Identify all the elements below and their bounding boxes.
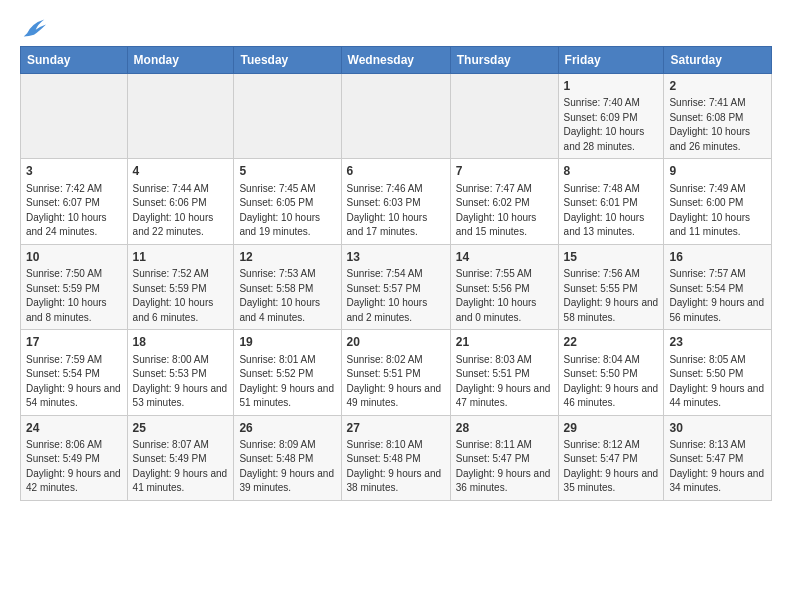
daylight-label: Daylight: 10 hours and 0 minutes.	[456, 297, 537, 323]
daylight-label: Daylight: 10 hours and 4 minutes.	[239, 297, 320, 323]
calendar-cell: 2Sunrise: 7:41 AMSunset: 6:08 PMDaylight…	[664, 74, 772, 159]
header-row: SundayMondayTuesdayWednesdayThursdayFrid…	[21, 47, 772, 74]
calendar-cell: 23Sunrise: 8:05 AMSunset: 5:50 PMDayligh…	[664, 330, 772, 415]
day-number: 19	[239, 334, 335, 351]
calendar-cell: 29Sunrise: 8:12 AMSunset: 5:47 PMDayligh…	[558, 415, 664, 500]
sunrise: Sunrise: 8:02 AM	[347, 354, 423, 365]
calendar-cell: 17Sunrise: 7:59 AMSunset: 5:54 PMDayligh…	[21, 330, 128, 415]
day-number: 29	[564, 420, 659, 437]
sunset: Sunset: 5:47 PM	[669, 453, 743, 464]
sunset: Sunset: 5:48 PM	[347, 453, 421, 464]
sunset: Sunset: 6:06 PM	[133, 197, 207, 208]
calendar-cell: 25Sunrise: 8:07 AMSunset: 5:49 PMDayligh…	[127, 415, 234, 500]
calendar-cell: 27Sunrise: 8:10 AMSunset: 5:48 PMDayligh…	[341, 415, 450, 500]
sunset: Sunset: 6:03 PM	[347, 197, 421, 208]
page-header	[20, 16, 772, 40]
logo-icon	[20, 16, 48, 40]
sunrise: Sunrise: 7:52 AM	[133, 268, 209, 279]
day-number: 4	[133, 163, 229, 180]
calendar-cell: 14Sunrise: 7:55 AMSunset: 5:56 PMDayligh…	[450, 244, 558, 329]
calendar-cell	[21, 74, 128, 159]
sunrise: Sunrise: 7:44 AM	[133, 183, 209, 194]
sunrise: Sunrise: 8:13 AM	[669, 439, 745, 450]
day-number: 28	[456, 420, 553, 437]
day-header-friday: Friday	[558, 47, 664, 74]
sunrise: Sunrise: 8:04 AM	[564, 354, 640, 365]
day-number: 23	[669, 334, 766, 351]
sunset: Sunset: 5:56 PM	[456, 283, 530, 294]
sunset: Sunset: 6:01 PM	[564, 197, 638, 208]
sunrise: Sunrise: 8:01 AM	[239, 354, 315, 365]
calendar-cell	[450, 74, 558, 159]
calendar-cell: 22Sunrise: 8:04 AMSunset: 5:50 PMDayligh…	[558, 330, 664, 415]
calendar-cell: 13Sunrise: 7:54 AMSunset: 5:57 PMDayligh…	[341, 244, 450, 329]
day-number: 13	[347, 249, 445, 266]
calendar-cell: 5Sunrise: 7:45 AMSunset: 6:05 PMDaylight…	[234, 159, 341, 244]
daylight-label: Daylight: 10 hours and 11 minutes.	[669, 212, 750, 238]
sunset: Sunset: 5:54 PM	[26, 368, 100, 379]
week-row-2: 3Sunrise: 7:42 AMSunset: 6:07 PMDaylight…	[21, 159, 772, 244]
day-header-thursday: Thursday	[450, 47, 558, 74]
daylight-label: Daylight: 9 hours and 42 minutes.	[26, 468, 121, 494]
calendar-cell: 4Sunrise: 7:44 AMSunset: 6:06 PMDaylight…	[127, 159, 234, 244]
day-number: 3	[26, 163, 122, 180]
sunrise: Sunrise: 8:03 AM	[456, 354, 532, 365]
sunrise: Sunrise: 7:53 AM	[239, 268, 315, 279]
day-header-sunday: Sunday	[21, 47, 128, 74]
calendar-cell: 18Sunrise: 8:00 AMSunset: 5:53 PMDayligh…	[127, 330, 234, 415]
sunset: Sunset: 5:50 PM	[669, 368, 743, 379]
day-number: 21	[456, 334, 553, 351]
day-number: 20	[347, 334, 445, 351]
daylight-label: Daylight: 10 hours and 2 minutes.	[347, 297, 428, 323]
daylight-label: Daylight: 9 hours and 41 minutes.	[133, 468, 228, 494]
daylight-label: Daylight: 9 hours and 34 minutes.	[669, 468, 764, 494]
day-number: 14	[456, 249, 553, 266]
sunrise: Sunrise: 7:55 AM	[456, 268, 532, 279]
calendar-cell: 7Sunrise: 7:47 AMSunset: 6:02 PMDaylight…	[450, 159, 558, 244]
sunset: Sunset: 5:49 PM	[26, 453, 100, 464]
day-number: 22	[564, 334, 659, 351]
daylight-label: Daylight: 9 hours and 53 minutes.	[133, 383, 228, 409]
daylight-label: Daylight: 9 hours and 35 minutes.	[564, 468, 659, 494]
sunrise: Sunrise: 7:48 AM	[564, 183, 640, 194]
sunset: Sunset: 5:52 PM	[239, 368, 313, 379]
sunrise: Sunrise: 7:54 AM	[347, 268, 423, 279]
day-number: 2	[669, 78, 766, 95]
calendar-cell: 12Sunrise: 7:53 AMSunset: 5:58 PMDayligh…	[234, 244, 341, 329]
sunset: Sunset: 6:08 PM	[669, 112, 743, 123]
sunset: Sunset: 6:07 PM	[26, 197, 100, 208]
sunrise: Sunrise: 7:42 AM	[26, 183, 102, 194]
sunset: Sunset: 5:51 PM	[456, 368, 530, 379]
daylight-label: Daylight: 9 hours and 56 minutes.	[669, 297, 764, 323]
calendar-cell: 20Sunrise: 8:02 AMSunset: 5:51 PMDayligh…	[341, 330, 450, 415]
daylight-label: Daylight: 9 hours and 39 minutes.	[239, 468, 334, 494]
week-row-4: 17Sunrise: 7:59 AMSunset: 5:54 PMDayligh…	[21, 330, 772, 415]
sunrise: Sunrise: 8:10 AM	[347, 439, 423, 450]
sunrise: Sunrise: 7:46 AM	[347, 183, 423, 194]
calendar-cell: 30Sunrise: 8:13 AMSunset: 5:47 PMDayligh…	[664, 415, 772, 500]
daylight-label: Daylight: 9 hours and 38 minutes.	[347, 468, 442, 494]
calendar-cell	[127, 74, 234, 159]
calendar-table: SundayMondayTuesdayWednesdayThursdayFrid…	[20, 46, 772, 501]
calendar-cell: 3Sunrise: 7:42 AMSunset: 6:07 PMDaylight…	[21, 159, 128, 244]
day-number: 9	[669, 163, 766, 180]
sunset: Sunset: 5:59 PM	[133, 283, 207, 294]
sunrise: Sunrise: 8:05 AM	[669, 354, 745, 365]
sunrise: Sunrise: 8:07 AM	[133, 439, 209, 450]
sunrise: Sunrise: 7:41 AM	[669, 97, 745, 108]
daylight-label: Daylight: 10 hours and 15 minutes.	[456, 212, 537, 238]
daylight-label: Daylight: 10 hours and 6 minutes.	[133, 297, 214, 323]
day-number: 6	[347, 163, 445, 180]
day-header-tuesday: Tuesday	[234, 47, 341, 74]
sunrise: Sunrise: 7:59 AM	[26, 354, 102, 365]
sunrise: Sunrise: 7:56 AM	[564, 268, 640, 279]
calendar-cell: 15Sunrise: 7:56 AMSunset: 5:55 PMDayligh…	[558, 244, 664, 329]
sunset: Sunset: 5:53 PM	[133, 368, 207, 379]
day-number: 8	[564, 163, 659, 180]
daylight-label: Daylight: 10 hours and 28 minutes.	[564, 126, 645, 152]
sunrise: Sunrise: 7:49 AM	[669, 183, 745, 194]
daylight-label: Daylight: 9 hours and 51 minutes.	[239, 383, 334, 409]
sunrise: Sunrise: 8:12 AM	[564, 439, 640, 450]
daylight-label: Daylight: 10 hours and 17 minutes.	[347, 212, 428, 238]
day-header-wednesday: Wednesday	[341, 47, 450, 74]
